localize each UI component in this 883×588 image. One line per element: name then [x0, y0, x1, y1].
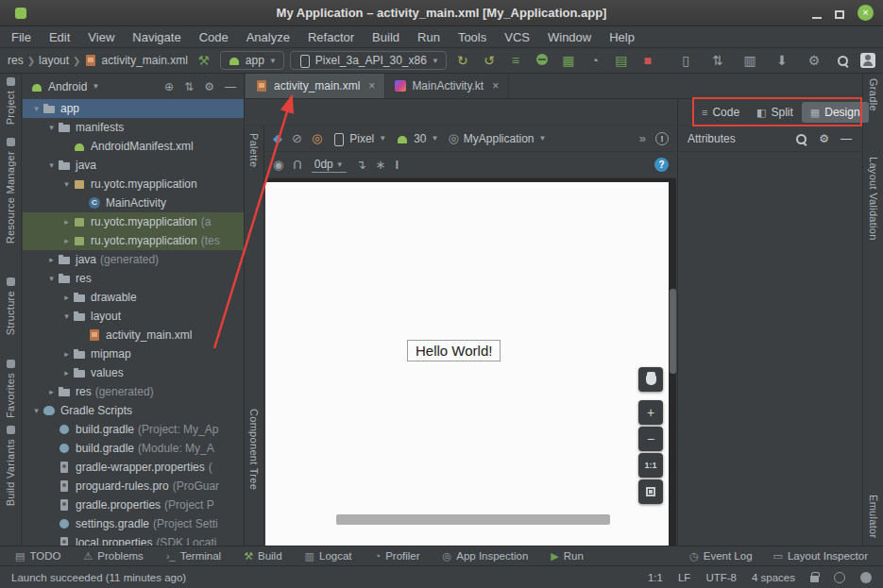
stop-icon[interactable]: ■ — [637, 53, 658, 68]
tool-event-log[interactable]: ◷Event Log — [689, 550, 752, 563]
mode-code-button[interactable]: ≡ Code — [693, 102, 748, 123]
tree-item-java-generated[interactable]: ▸java(generated) — [23, 250, 244, 269]
zoom-in-button[interactable]: + — [638, 400, 663, 425]
overflow-icon[interactable]: » — [639, 131, 646, 145]
tree-item-manifests[interactable]: ▾manifests — [23, 118, 244, 137]
chevron-right-icon[interactable]: ▸ — [60, 349, 73, 359]
project-view-selector[interactable]: Android — [48, 80, 87, 93]
api-dropdown[interactable]: 30 ▼ — [396, 132, 438, 145]
zoom-ratio-button[interactable]: 1:1 — [638, 453, 663, 478]
apply-code-changes-icon[interactable]: ↺ — [479, 53, 500, 68]
tool-logcat[interactable]: ▥Logcat — [305, 550, 352, 563]
close-tab-icon[interactable]: × — [368, 79, 375, 92]
maximize-icon[interactable] — [835, 10, 844, 19]
device-canvas[interactable]: Hello World! — [265, 182, 669, 546]
notification-icon[interactable] — [834, 572, 845, 583]
chevron-right-icon[interactable]: ▸ — [60, 368, 73, 378]
theme-dropdown[interactable]: ◎ MyApplication ▼ — [448, 131, 546, 145]
menu-help[interactable]: Help — [609, 30, 635, 44]
chevron-down-icon[interactable]: ▾ — [45, 123, 58, 132]
tool-terminal[interactable]: ›_Terminal — [166, 550, 221, 562]
tool-layout-inspector[interactable]: ▭Layout Inspector — [773, 550, 868, 563]
lock-icon[interactable] — [810, 576, 819, 582]
chevron-down-icon[interactable]: ▾ — [30, 406, 42, 415]
tree-item-java[interactable]: ▾java — [23, 156, 244, 175]
infer-constraints-icon[interactable]: I — [396, 158, 399, 172]
color-mode-icon[interactable]: ◎ — [312, 131, 322, 145]
menu-view[interactable]: View — [88, 30, 114, 44]
sidebar-item-emulator[interactable]: Emulator — [863, 495, 883, 538]
chevron-down-icon[interactable]: ▾ — [60, 179, 73, 189]
design-surface-icon[interactable]: ◆ — [273, 131, 282, 145]
hide-panel-icon[interactable]: — — [841, 132, 852, 145]
mode-design-button[interactable]: ▦ Design — [802, 102, 869, 123]
tree-item-mainactivity[interactable]: MainActivity — [23, 193, 244, 212]
debug-icon[interactable] — [532, 53, 552, 68]
breadcrumb-res[interactable]: res — [8, 54, 24, 67]
issue-indicator-icon[interactable]: ! — [655, 132, 669, 145]
vertical-scrollbar[interactable] — [670, 289, 676, 374]
tree-item-layout[interactable]: ▾layout — [23, 307, 244, 326]
close-tab-icon[interactable]: × — [492, 79, 499, 92]
tree-item-res[interactable]: ▾res — [23, 269, 244, 288]
tree-item-drawable[interactable]: ▸drawable — [23, 288, 244, 307]
pan-button[interactable] — [638, 367, 663, 392]
tree-item-mipmap[interactable]: ▸mipmap — [23, 344, 244, 363]
collapse-all-icon[interactable]: ⇅ — [184, 80, 194, 93]
menu-code[interactable]: Code — [199, 30, 229, 44]
settings-gear-icon[interactable]: ⚙ — [819, 132, 829, 145]
sdk-manager-icon[interactable]: ⬇ — [772, 53, 792, 68]
menu-vcs[interactable]: VCS — [504, 30, 530, 44]
menu-tools[interactable]: Tools — [458, 30, 486, 44]
tree-item-gradle-wrapper-properties[interactable]: gradle-wrapper.properties( — [23, 458, 244, 477]
tool-profiler[interactable]: ◔Profiler — [375, 550, 420, 562]
textview-hello-world[interactable]: Hello World! — [407, 340, 501, 361]
tree-item-package-test[interactable]: ▸ru.yotc.myapplication(tes — [23, 231, 244, 250]
settings-gear-icon[interactable]: ⚙ — [804, 53, 824, 68]
menu-file[interactable]: File — [11, 30, 31, 44]
avd-manager-icon[interactable]: ▥ — [739, 53, 760, 68]
view-options-eye-icon[interactable]: ◉ — [273, 158, 283, 172]
menu-navigate[interactable]: Navigate — [132, 30, 180, 44]
breadcrumb-layout[interactable]: layout — [39, 54, 69, 67]
tree-item-app[interactable]: ▾app — [23, 99, 244, 118]
tree-item-package[interactable]: ▾ru.yotc.myapplication — [23, 175, 244, 193]
tool-app-inspection[interactable]: ◎App Inspection — [443, 550, 529, 563]
avatar[interactable] — [860, 53, 875, 68]
hide-panel-icon[interactable]: — — [225, 80, 236, 93]
sidebar-item-project[interactable]: Project — [0, 77, 21, 125]
build-hammer-icon[interactable]: ⚒ — [194, 53, 214, 68]
close-icon[interactable]: × — [858, 5, 874, 21]
run-list-icon[interactable]: ≡ — [505, 53, 526, 68]
tree-item-build-gradle-project[interactable]: build.gradle(Project: My_Ap — [23, 420, 244, 439]
tree-item-gradle-properties[interactable]: gradle.properties(Project P — [23, 496, 244, 514]
tab-activity-main-xml[interactable]: activity_main.xml × — [246, 74, 385, 98]
status-indent[interactable]: 4 spaces — [752, 572, 795, 583]
palette-panel-tab[interactable]: Palette — [248, 133, 260, 167]
chevron-right-icon[interactable]: ▸ — [60, 293, 73, 302]
tree-item-values[interactable]: ▸values — [23, 363, 244, 382]
device-selector[interactable]: Pixel_3a_API_30_x86 ▼ — [290, 51, 447, 70]
orientation-icon[interactable]: ⊘ — [292, 131, 302, 145]
sidebar-item-resource-manager[interactable]: Resource Manager — [0, 138, 21, 244]
tab-mainactivity-kt[interactable]: MainActivity.kt × — [385, 74, 509, 98]
chevron-down-icon[interactable]: ▾ — [60, 311, 73, 321]
tree-item-proguard-rules[interactable]: proguard-rules.pro(ProGuar — [23, 477, 244, 496]
tree-item-settings-gradle[interactable]: settings.gradle(Project Setti — [23, 514, 244, 533]
run-config-selector[interactable]: app ▼ — [220, 51, 284, 70]
sidebar-item-layout-validation[interactable]: Layout Validation — [863, 157, 883, 241]
status-encoding[interactable]: UTF-8 — [705, 572, 737, 583]
tool-build[interactable]: ⚒Build — [244, 550, 281, 563]
attach-debugger-icon[interactable]: ▤ — [611, 53, 632, 68]
status-line-ending[interactable]: LF — [678, 572, 690, 583]
sidebar-item-favorites[interactable]: Favorites — [0, 360, 21, 418]
tree-item-build-gradle-module[interactable]: build.gradle(Module: My_A — [23, 439, 244, 458]
tree-item-package-androidtest[interactable]: ▸ru.yotc.myapplication(a — [23, 212, 244, 231]
default-margin-dropdown[interactable]: 0dp ▼ — [312, 157, 347, 173]
locate-file-icon[interactable]: ⊕ — [164, 80, 174, 93]
feedback-icon[interactable] — [860, 572, 872, 583]
menu-analyze[interactable]: Analyze — [246, 30, 290, 44]
menu-build[interactable]: Build — [372, 30, 399, 44]
search-icon[interactable] — [794, 132, 807, 145]
mode-split-button[interactable]: ◧ Split — [748, 102, 802, 123]
